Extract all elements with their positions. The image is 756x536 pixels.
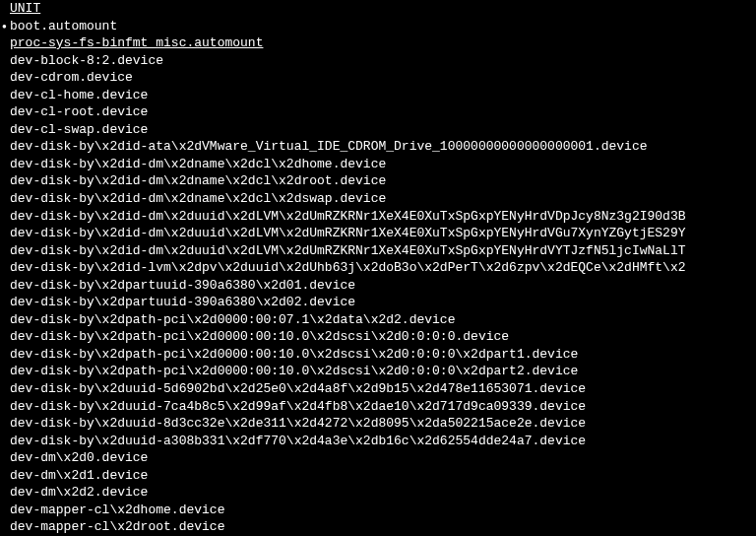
unit-row[interactable]: dev-mapper-cl\x2dhome.device — [0, 502, 756, 519]
unit-row[interactable]: dev-mapper-cl\x2droot.device — [0, 518, 756, 536]
unit-row[interactable]: dev-block-8:2.device — [0, 52, 756, 70]
unit-row[interactable]: dev-disk-by\x2did-dm\x2dname\x2dcl\x2dho… — [0, 156, 756, 173]
unit-name: dev-cl-root.device — [10, 104, 148, 119]
unit-row[interactable]: dev-disk-by\x2dpath-pci\x2d0000:00:10.0\… — [0, 328, 756, 346]
unit-row[interactable]: dev-cl-home.device — [0, 87, 756, 104]
unit-row[interactable]: proc-sys-fs-binfmt_misc.automount — [0, 34, 756, 52]
unit-row[interactable]: dev-cdrom.device — [0, 69, 756, 87]
unit-name: dev-disk-by\x2duuid-8d3cc32e\x2de311\x2d… — [10, 416, 586, 431]
unit-name: dev-disk-by\x2did-lvm\x2dpv\x2duuid\x2dU… — [10, 260, 686, 275]
unit-row[interactable]: dev-disk-by\x2duuid-5d6902bd\x2d25e0\x2d… — [0, 380, 756, 398]
unit-name: dev-disk-by\x2dpartuuid-390a6380\x2d01.d… — [10, 278, 355, 293]
unit-row[interactable]: dev-disk-by\x2dpath-pci\x2d0000:00:10.0\… — [0, 363, 756, 380]
unit-name: dev-disk-by\x2did-dm\x2dname\x2dcl\x2dho… — [10, 157, 386, 171]
unit-name: dev-mapper-cl\x2dhome.device — [10, 502, 224, 517]
unit-row[interactable]: dev-disk-by\x2did-ata\x2dVMware_Virtual_… — [0, 138, 756, 156]
unit-row[interactable]: dev-disk-by\x2did-lvm\x2dpv\x2duuid\x2dU… — [0, 259, 756, 277]
unit-row[interactable]: dev-dm\x2d2.device — [0, 484, 756, 502]
column-header: UNIT — [0, 0, 756, 18]
unit-name: dev-disk-by\x2did-dm\x2dname\x2dcl\x2dro… — [10, 173, 386, 188]
unit-row[interactable]: dev-disk-by\x2duuid-8d3cc32e\x2de311\x2d… — [0, 415, 756, 433]
unit-name: dev-disk-by\x2did-ata\x2dVMware_Virtual_… — [10, 139, 648, 154]
unit-row[interactable]: dev-disk-by\x2dpartuuid-390a6380\x2d01.d… — [0, 277, 756, 295]
unit-name: dev-dm\x2d1.device — [10, 468, 148, 483]
unit-row[interactable]: dev-dm\x2d0.device — [0, 449, 756, 467]
unit-name: dev-disk-by\x2dpath-pci\x2d0000:00:07.1\… — [10, 312, 455, 327]
unit-name: dev-mapper-cl\x2droot.device — [10, 519, 224, 534]
unit-name: dev-dm\x2d0.device — [10, 450, 148, 465]
unit-name: proc-sys-fs-binfmt_misc.automount — [10, 35, 263, 50]
unit-name: dev-block-8:2.device — [10, 53, 163, 68]
unit-name: dev-disk-by\x2dpath-pci\x2d0000:00:10.0\… — [10, 329, 509, 344]
unit-row[interactable]: dev-disk-by\x2duuid-a308b331\x2df770\x2d… — [0, 433, 756, 450]
unit-row[interactable]: boot.automount — [0, 18, 756, 35]
unit-row[interactable]: dev-disk-by\x2did-dm\x2duuid\x2dLVM\x2dU… — [0, 242, 756, 260]
unit-name: dev-disk-by\x2dpath-pci\x2d0000:00:10.0\… — [10, 347, 578, 362]
unit-row[interactable]: dev-dm\x2d1.device — [0, 467, 756, 485]
unit-row[interactable]: dev-disk-by\x2dpartuuid-390a6380\x2d02.d… — [0, 294, 756, 311]
unit-list-container: UNIT boot.automountproc-sys-fs-binfmt_mi… — [0, 0, 756, 536]
unit-name: dev-disk-by\x2did-dm\x2dname\x2dcl\x2dsw… — [10, 191, 386, 206]
unit-name: dev-cdrom.device — [10, 70, 133, 85]
unit-name: dev-disk-by\x2did-dm\x2duuid\x2dLVM\x2dU… — [10, 243, 686, 258]
unit-row[interactable]: dev-disk-by\x2did-dm\x2duuid\x2dLVM\x2dU… — [0, 208, 756, 226]
unit-name: dev-dm\x2d2.device — [10, 485, 148, 500]
unit-name: boot.automount — [10, 19, 117, 34]
unit-row[interactable]: dev-disk-by\x2dpath-pci\x2d0000:00:10.0\… — [0, 346, 756, 364]
unit-row[interactable]: dev-disk-by\x2dpath-pci\x2d0000:00:07.1\… — [0, 311, 756, 329]
unit-name: dev-disk-by\x2did-dm\x2duuid\x2dLVM\x2dU… — [10, 226, 686, 240]
unit-name: dev-disk-by\x2did-dm\x2duuid\x2dLVM\x2dU… — [10, 209, 686, 224]
unit-rows: boot.automountproc-sys-fs-binfmt_misc.au… — [0, 18, 756, 536]
unit-row[interactable]: dev-disk-by\x2did-dm\x2duuid\x2dLVM\x2dU… — [0, 225, 756, 242]
unit-row[interactable]: dev-cl-swap.device — [0, 121, 756, 139]
unit-name: dev-cl-swap.device — [10, 122, 148, 137]
unit-name: dev-disk-by\x2duuid-5d6902bd\x2d25e0\x2d… — [10, 381, 586, 396]
unit-row[interactable]: dev-disk-by\x2did-dm\x2dname\x2dcl\x2dro… — [0, 172, 756, 190]
unit-row[interactable]: dev-cl-root.device — [0, 103, 756, 121]
unit-name: dev-disk-by\x2duuid-a308b331\x2df770\x2d… — [10, 434, 586, 448]
unit-name: dev-disk-by\x2dpartuuid-390a6380\x2d02.d… — [10, 295, 355, 309]
unit-name: dev-cl-home.device — [10, 88, 148, 102]
unit-name: dev-disk-by\x2dpath-pci\x2d0000:00:10.0\… — [10, 364, 578, 378]
unit-row[interactable]: dev-disk-by\x2duuid-7ca4b8c5\x2d99af\x2d… — [0, 398, 756, 416]
unit-name: dev-disk-by\x2duuid-7ca4b8c5\x2d99af\x2d… — [10, 399, 586, 414]
unit-row[interactable]: dev-disk-by\x2did-dm\x2dname\x2dcl\x2dsw… — [0, 190, 756, 208]
